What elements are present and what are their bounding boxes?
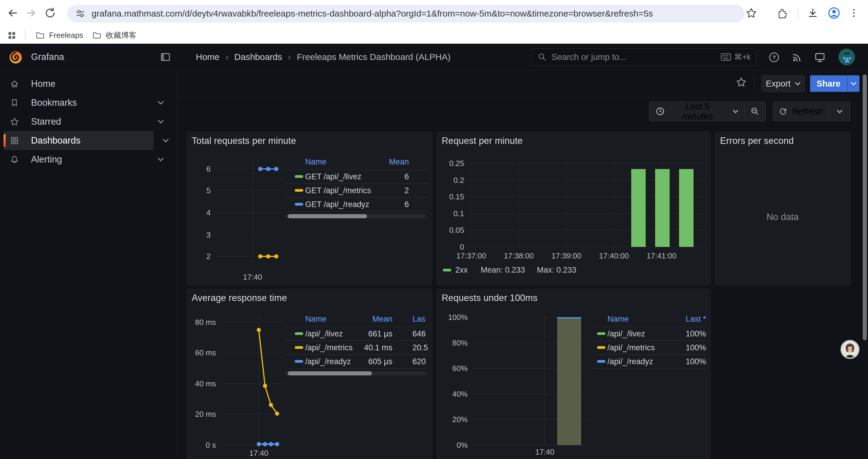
browser-toolbar: grafana.mathmast.com/d/deytv4rwavabkb/fr… [0,0,868,27]
no-data-message: No data [715,212,850,222]
legend-row-divider [593,368,706,369]
breadcrumb-separator [219,52,234,62]
chevron-down-icon [850,82,857,86]
series-point [258,167,262,171]
refresh-interval-button[interactable] [829,102,850,121]
legend-series-name[interactable]: /api/_/livez [305,329,343,339]
legend-hscroll-thumb[interactable] [288,214,367,218]
star-icon [745,7,757,19]
breadcrumb: Home Dashboards Freeleaps Metrics Dashbo… [196,44,451,70]
chevron-down-icon [157,120,164,124]
sidebar-item-home[interactable]: Home [4,74,173,93]
sidebar-toggle-button[interactable] [159,51,172,64]
legend-series-name[interactable]: /api/_/livez [608,329,645,339]
sidebar-item-starred[interactable]: Starred [4,112,173,131]
bookmark-icon [10,98,19,107]
search-shortcut: ⌘+k [720,52,751,62]
sidebar-item-alerting[interactable]: Alerting [4,150,173,169]
back-button[interactable] [4,4,21,22]
bookmark-folder-freeleaps[interactable]: Freeleaps [31,28,88,42]
axis-tick-label: 17:40 [243,273,262,282]
share-button[interactable]: Share [810,75,847,92]
legend-series-name[interactable]: GET /api/_/livez [305,172,361,182]
panel-title[interactable]: Requests under 100ms [442,293,538,303]
dashboards-grid-icon [10,136,19,145]
legend-hscroll-thumb[interactable] [288,371,372,375]
sidebar-item-label: Starred [31,117,61,127]
legend-row-divider [285,340,428,341]
downloads-button[interactable] [804,5,821,21]
folder-icon [92,30,102,40]
series-point [266,254,270,258]
panel-title[interactable]: Errors per second [720,136,794,146]
sidebar: Home Bookmarks Starred Dashboards Alerti [0,70,176,459]
panel-title[interactable]: Total requests per minute [192,136,296,146]
grafana-brand[interactable]: Grafana [8,50,64,64]
export-button[interactable]: Export [762,75,805,92]
help-button[interactable]: ? [768,51,780,64]
legend-series-name[interactable]: /api/_/metrics [608,342,655,353]
zoom-out-time-button[interactable] [745,102,766,121]
axis-tick-label: 17:41:00 [646,251,676,260]
profile-button[interactable] [826,5,842,21]
address-bar[interactable]: grafana.mathmast.com/d/deytv4rwavabkb/fr… [67,5,745,23]
floating-assistant-avatar[interactable] [840,340,860,359]
axis-tick-label: 20% [452,415,468,424]
reload-button[interactable] [41,4,59,22]
chevron-down-icon [157,101,164,105]
axis-tick-label: 3 [207,230,211,239]
bar-17:41:30 [679,169,694,247]
legend-column-header[interactable]: Mean [339,315,392,324]
legend-series-name[interactable]: /api/_/readyz [608,357,653,366]
bookmarks-bar: Freeleaps 收藏博客 [0,27,868,44]
scrollbar-thumb[interactable] [863,74,867,340]
axis-tick-label: 17:40 [249,449,268,458]
axis-tick-label: 2 [207,252,211,261]
bookmark-page-button[interactable] [743,5,760,21]
legend-column-header[interactable]: Last * [668,315,706,324]
panel-total-requests: Total requests per minute 6543217:40 Nam… [187,132,432,285]
search-icon [537,52,547,62]
legend-series-name[interactable]: 2xx [455,266,468,275]
breadcrumb-home[interactable]: Home [196,52,219,62]
bookmark-folder-blogs[interactable]: 收藏博客 [88,28,141,42]
legend-column-header[interactable]: Mean [374,157,409,167]
breadcrumb-dashboards[interactable]: Dashboards [234,52,282,62]
user-avatar[interactable] [838,49,855,65]
axis-tick-label: 40 ms [195,379,216,388]
axis-tick-label: 20 ms [195,410,216,419]
forward-button[interactable] [23,4,40,22]
apps-grid-button[interactable] [5,29,18,42]
refresh-button[interactable]: Refresh [773,102,829,121]
active-item-accent [4,134,6,147]
url-text: grafana.mathmast.com/d/deytv4rwavabkb/fr… [92,8,653,19]
panel-title[interactable]: Average response time [192,293,287,303]
panel-average-response-time: Average response time 80 ms60 ms40 ms20 … [187,289,432,459]
home-icon [10,79,19,89]
sidebar-item-bookmarks[interactable]: Bookmarks [4,93,173,112]
time-range-picker[interactable]: Last 5 minutes [649,102,744,121]
legend-series-name[interactable]: GET /api/_/metrics [305,186,371,196]
extensions-button[interactable] [773,5,790,21]
axis-tick-label: 17:39:00 [551,251,581,260]
legend-value: 6 [374,199,409,209]
browser-menu-button[interactable] [845,5,862,21]
legend-column-header[interactable]: Name [305,315,327,324]
share-menu-button[interactable] [848,75,860,92]
search-input[interactable]: Search or jump to... ⌘+k [532,48,756,66]
sidebar-item-dashboards[interactable]: Dashboards [4,131,154,150]
grafana-app: Grafana Home Dashboards Freeleaps Metric… [0,44,868,459]
news-rss-button[interactable] [790,51,804,64]
legend-column-header[interactable]: Las [412,315,426,324]
chevron-down-icon [162,138,169,143]
favorite-dashboard-button[interactable] [735,76,748,89]
panel-title[interactable]: Request per minute [442,136,523,146]
legend-value: 605 µs [339,357,392,366]
legend-column-header[interactable]: Name [305,157,327,167]
legend-value: 100% [668,357,706,366]
legend-series-name[interactable]: GET /api/_/readyz [305,199,369,209]
axis-tick-label: 0.2 [454,176,464,185]
legend-column-header[interactable]: Name [608,315,629,324]
display-button[interactable] [813,51,826,64]
site-settings-icon[interactable] [75,8,86,19]
